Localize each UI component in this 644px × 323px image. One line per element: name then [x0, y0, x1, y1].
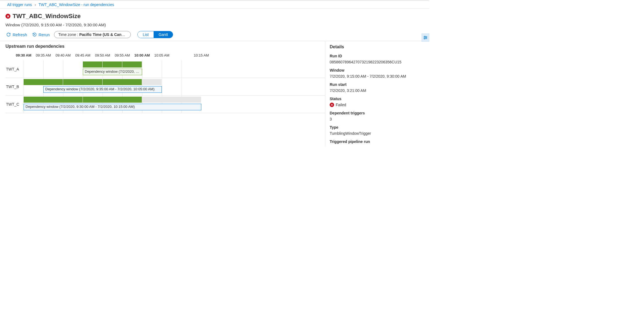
- breadcrumb-separator: ›: [35, 2, 36, 7]
- time-tick: 09:40 AM: [56, 53, 71, 57]
- rerun-icon: [32, 32, 37, 37]
- timezone-prefix: Time zone :: [58, 32, 78, 37]
- section-title: Upstream run dependencies: [5, 41, 325, 52]
- dependency-window[interactable]: Dependency window (7/2/2020, 9:35:00 AM …: [43, 86, 162, 93]
- svg-point-1: [424, 36, 425, 37]
- timezone-value: Pacific Time (US & Canada) (UT…: [79, 32, 131, 37]
- time-tick: 09:45 AM: [75, 53, 91, 57]
- gantt-row: TWT_C Dependency window (7/2/2020, 9:30:…: [5, 96, 325, 113]
- view-toggle-gantt[interactable]: Gantt: [154, 31, 173, 38]
- run-start-value: 7/2/2020, 3:21:00 AM: [330, 88, 426, 93]
- gantt-row: TWT_A Dependency window (7/2/2020, 9:45:…: [5, 60, 325, 78]
- page-header: TWT_ABC_WindowSize Window (7/2/2020, 9:1…: [0, 9, 429, 41]
- run-segment[interactable]: [83, 97, 142, 103]
- run-start-label: Run start: [330, 82, 426, 87]
- window-label: Window: [330, 68, 426, 72]
- run-segment[interactable]: [24, 97, 83, 103]
- dependency-window[interactable]: Dependency window (7/2/2020, 9:30:00 AM …: [24, 104, 201, 110]
- toolbar: Refresh Rerun Time zone : Pacific Time (…: [5, 31, 429, 41]
- run-segment[interactable]: [83, 61, 103, 68]
- view-toggle: List Gantt: [137, 31, 173, 38]
- status-value-row: Failed: [330, 103, 426, 107]
- time-tick: 10:15 AM: [194, 53, 209, 57]
- run-segment-pending[interactable]: [142, 97, 201, 103]
- run-segment[interactable]: [103, 61, 122, 68]
- details-panel: Details Run ID 0858607896427073219822320…: [325, 41, 429, 147]
- breadcrumb-root-link[interactable]: All trigger runs: [7, 2, 32, 7]
- window-subtitle: Window (7/2/2020, 9:15:00 AM - 7/2/2020,…: [5, 23, 429, 27]
- settings-panel-toggle[interactable]: [422, 33, 429, 42]
- time-tick: 09:35 AM: [36, 53, 51, 57]
- status-value: Failed: [336, 103, 346, 107]
- rerun-label: Rerun: [39, 32, 50, 37]
- dependency-window[interactable]: Dependency window (7/2/2020, 9:45:00…: [83, 69, 142, 75]
- gantt-area: Upstream run dependencies 09:30 AM 09:35…: [0, 41, 325, 147]
- gantt-row-track: Dependency window (7/2/2020, 9:35:00 AM …: [24, 78, 325, 95]
- breadcrumb: All trigger runs › TWT_ABC_WindowSize - …: [0, 1, 429, 9]
- failed-status-icon: [5, 14, 10, 19]
- type-value: TumblingWindowTrigger: [330, 131, 426, 136]
- rerun-button[interactable]: Rerun: [32, 31, 50, 38]
- view-toggle-list[interactable]: List: [138, 31, 154, 38]
- type-label: Type: [330, 125, 426, 130]
- window-value: 7/2/2020, 9:15:00 AM - 7/2/2020, 9:30:00…: [330, 74, 426, 78]
- gantt-chart: 09:30 AM 09:35 AM 09:40 AM 09:45 AM 09:5…: [5, 53, 325, 113]
- timezone-dropdown[interactable]: Time zone : Pacific Time (US & Canada) (…: [54, 31, 131, 38]
- time-axis: 09:30 AM 09:35 AM 09:40 AM 09:45 AM 09:5…: [5, 53, 325, 60]
- run-segment-pending[interactable]: [142, 79, 162, 85]
- time-tick: 10:00 AM: [134, 53, 150, 57]
- gantt-row-label: TWT_B: [5, 78, 24, 95]
- main-content: Upstream run dependencies 09:30 AM 09:35…: [0, 41, 429, 147]
- sliders-icon: [423, 35, 428, 40]
- dependent-triggers-value: 3: [330, 117, 426, 121]
- dependent-triggers-label: Dependent triggers: [330, 111, 426, 115]
- failed-status-icon: [330, 103, 334, 107]
- svg-point-3: [426, 37, 426, 38]
- run-segment[interactable]: [122, 61, 142, 68]
- breadcrumb-current-link[interactable]: TWT_ABC_WindowSize - run dependencies: [38, 2, 114, 7]
- refresh-icon: [6, 32, 11, 37]
- page-title: TWT_ABC_WindowSize: [13, 13, 81, 20]
- run-id-label: Run ID: [330, 54, 426, 58]
- triggered-pipeline-run-label: Triggered pipeline run: [330, 139, 426, 144]
- gantt-row-label: TWT_A: [5, 60, 24, 78]
- time-tick: 09:50 AM: [95, 53, 110, 57]
- run-segment[interactable]: [103, 79, 142, 85]
- refresh-label: Refresh: [13, 32, 27, 37]
- run-id-value: 08586078964270732198223206356CU15: [330, 60, 426, 64]
- details-heading: Details: [330, 44, 426, 49]
- gantt-row-label: TWT_C: [5, 96, 24, 113]
- gantt-row-track: Dependency window (7/2/2020, 9:45:00…: [24, 60, 325, 78]
- refresh-button[interactable]: Refresh: [5, 31, 28, 38]
- status-label: Status: [330, 97, 426, 101]
- gantt-row: TWT_B Dependency window (7/2/2020, 9:35:…: [5, 78, 325, 96]
- gantt-row-track: Dependency window (7/2/2020, 9:30:00 AM …: [24, 96, 325, 113]
- page-title-row: TWT_ABC_WindowSize: [5, 13, 429, 20]
- run-segment[interactable]: [63, 79, 103, 85]
- time-tick: 09:30 AM: [16, 53, 32, 57]
- time-tick: 09:55 AM: [115, 53, 130, 57]
- time-tick: 10:05 AM: [154, 53, 170, 57]
- svg-point-5: [424, 38, 425, 39]
- run-segment[interactable]: [24, 79, 63, 85]
